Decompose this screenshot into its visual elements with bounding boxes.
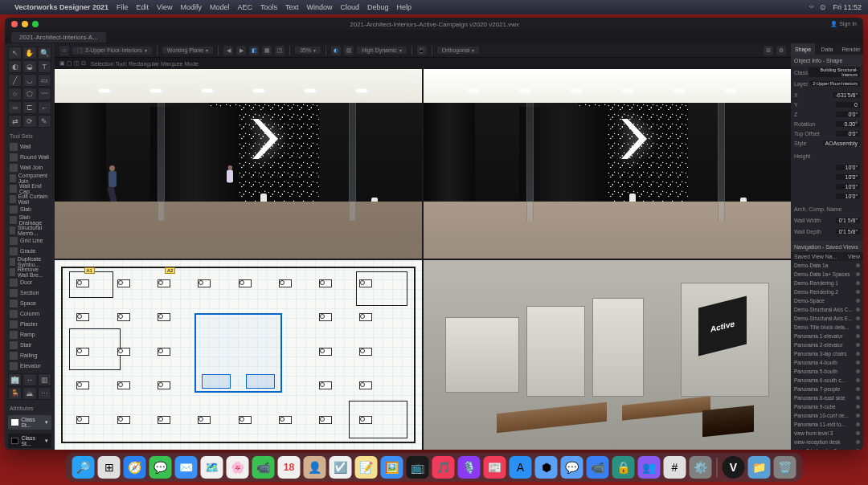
vt-multiview-icon[interactable]: ⊞: [764, 46, 773, 55]
tab-data[interactable]: Data: [815, 43, 839, 55]
pan-tool-icon[interactable]: ✋: [23, 47, 36, 59]
saved-view-item[interactable]: Panorama 6-south c...: [791, 376, 863, 385]
dock-chat-icon[interactable]: 💬: [561, 456, 583, 479]
toolset-building-icon[interactable]: 🏢: [8, 373, 22, 386]
offset-tool-icon[interactable]: ⊏: [23, 101, 36, 114]
menu-view[interactable]: View: [157, 3, 172, 11]
dock-messages-icon[interactable]: 💬: [149, 456, 172, 479]
dock-teams-icon[interactable]: 👥: [638, 456, 661, 479]
doc-tab[interactable]: 2021-Architect-Interiors-A...: [11, 32, 106, 43]
viewport-render-right[interactable]: [424, 69, 791, 259]
tool-duplicate-symbo-[interactable]: Duplicate Symbo...: [8, 256, 51, 267]
selection-tool-icon[interactable]: ↖: [8, 47, 22, 59]
close-button[interactable]: [11, 21, 18, 27]
menu-help[interactable]: Help: [397, 3, 412, 11]
vt-fwd-icon[interactable]: ▶: [236, 46, 246, 55]
double-line-tool-icon[interactable]: ═: [8, 101, 22, 114]
vt-home-icon[interactable]: ⌂: [59, 46, 69, 55]
dock-notes-icon[interactable]: 📝: [355, 456, 378, 479]
menu-window[interactable]: Window: [307, 3, 333, 11]
menu-modify[interactable]: Modify: [180, 3, 202, 11]
vt-back-icon[interactable]: ◀: [223, 46, 233, 55]
vt-cube-icon[interactable]: ◧: [249, 46, 259, 55]
signin-icon[interactable]: 👤 Sign In: [830, 21, 857, 27]
tool-slab-drainage[interactable]: Slab Drainage: [8, 214, 51, 225]
dock-maps-icon[interactable]: 🗺️: [201, 456, 223, 479]
saved-view-item[interactable]: view-reception desk: [791, 438, 863, 446]
dock-preview-icon[interactable]: 🖼️: [381, 456, 403, 479]
fill-class-dropdown[interactable]: Class St... ▾: [8, 415, 51, 430]
saved-view-item[interactable]: view from level 3: [791, 429, 863, 438]
tool-remove-wall-bre-[interactable]: Remove Wall Bre...: [8, 267, 51, 277]
saved-view-item[interactable]: Panorama 9-cube: [791, 402, 863, 411]
dock-slack-icon[interactable]: #: [664, 456, 686, 479]
dock-news-icon[interactable]: 📰: [484, 456, 506, 479]
dock-contacts-icon[interactable]: 👤: [304, 456, 326, 479]
menu-text[interactable]: Text: [285, 3, 299, 11]
tool-wall-end-cap[interactable]: Wall End Cap: [8, 183, 51, 194]
tool-edit-curtain-wall[interactable]: Edit Curtain Wall: [8, 194, 51, 204]
vt-layer-icon[interactable]: ▦: [262, 46, 272, 55]
dock-music-icon[interactable]: 🎵: [432, 456, 455, 479]
eyedropper-tool-icon[interactable]: ✎: [38, 115, 51, 128]
render-mode-dropdown[interactable]: High Dynamic ▾: [357, 47, 407, 54]
wifi-icon[interactable]: ⌔: [809, 3, 813, 11]
projection-dropdown[interactable]: Orthogonal ▾: [437, 47, 480, 54]
tool-door[interactable]: Door: [8, 277, 51, 287]
saved-view-item[interactable]: Demo-Rendering 1: [791, 279, 863, 287]
dock-folder-icon[interactable]: 📁: [748, 456, 771, 479]
menu-model[interactable]: Model: [210, 3, 230, 11]
toolset-furniture-icon[interactable]: 🪑: [8, 387, 22, 400]
zoom-tool-icon[interactable]: 🔍: [38, 47, 51, 59]
toolset-more-icon[interactable]: ⋯: [38, 387, 51, 400]
tool-plaster[interactable]: Plaster: [8, 319, 51, 329]
vt-render-icon[interactable]: ◐: [331, 46, 341, 55]
tool-stair[interactable]: Stair: [8, 340, 51, 350]
fillet-tool-icon[interactable]: ⌐: [38, 101, 51, 114]
dock-safari-icon[interactable]: 🧭: [124, 456, 146, 479]
toolset-dims-icon[interactable]: ↔: [23, 373, 36, 386]
rotate-tool-icon[interactable]: ⟳: [23, 115, 36, 128]
dock-mail-icon[interactable]: ✉️: [175, 456, 198, 479]
tool-slab[interactable]: Slab: [8, 204, 51, 214]
dock-zoom-icon[interactable]: 📹: [587, 456, 609, 479]
dock-calendar-icon[interactable]: 18: [278, 456, 301, 479]
saved-view-item[interactable]: Demo-Title block deta...: [791, 323, 863, 332]
pen-class-dropdown[interactable]: Class St... ▾: [8, 434, 51, 448]
tool-ramp[interactable]: Ramp: [8, 329, 51, 340]
tool-railing[interactable]: Railing: [8, 350, 51, 361]
saved-view-item[interactable]: Panorama 4-booth: [791, 358, 863, 367]
vt-phone-icon[interactable]: 📱: [417, 46, 427, 55]
view-layer-dropdown[interactable]: ⬚ 2-Upper Floor-Interiors ▾: [72, 47, 152, 55]
walkthrough-tool-icon[interactable]: ◒: [23, 60, 36, 73]
arc-tool-icon[interactable]: ◡: [23, 74, 36, 87]
zoom-button[interactable]: [32, 21, 39, 27]
saved-view-item[interactable]: Demo-Structural Axis C...: [791, 305, 863, 314]
dock-facetime-icon[interactable]: 📹: [252, 456, 275, 479]
freehand-tool-icon[interactable]: 〰: [38, 88, 51, 100]
layer-dropdown[interactable]: 2-Upper Floor-Interiors: [810, 81, 860, 86]
dock-tv-icon[interactable]: 📺: [407, 456, 429, 479]
wall-width-field[interactable]: 0'1 5/8": [836, 218, 860, 223]
saved-view-item[interactable]: Demo-Data 1a: [791, 261, 863, 270]
viewport-render-left[interactable]: [55, 69, 422, 259]
vt-wire-icon[interactable]: ▥: [344, 46, 354, 55]
menu-tools[interactable]: Tools: [260, 3, 277, 11]
poly-tool-icon[interactable]: ⬠: [23, 88, 36, 100]
tool-wall[interactable]: Wall: [8, 141, 51, 152]
saved-view-item[interactable]: Demo-Rendering 2: [791, 287, 863, 296]
tool-section[interactable]: Section: [8, 287, 51, 298]
nav-saved-views-list[interactable]: Demo-Data 1aDemo-Data 1a+ SpacesDemo-Ren…: [791, 261, 863, 450]
toolset-detail-icon[interactable]: ▥: [38, 373, 51, 386]
tab-shape[interactable]: Shape: [791, 43, 815, 55]
circle-tool-icon[interactable]: ○: [8, 88, 22, 100]
dock-vectorworks-icon[interactable]: V: [723, 456, 745, 479]
saved-view-item[interactable]: Demo-Space: [791, 296, 863, 305]
dock-photos-icon[interactable]: 🌸: [227, 456, 249, 479]
tool-elevator[interactable]: Elevator: [8, 361, 51, 371]
tool-structural-memb-[interactable]: Structural Memb...: [8, 225, 51, 235]
tool-grid-line[interactable]: Grid Line: [8, 235, 51, 246]
dock-reminders-icon[interactable]: ☑️: [330, 456, 352, 479]
saved-view-item[interactable]: Panorama 10-conf de...: [791, 411, 863, 420]
minimize-button[interactable]: [22, 21, 28, 27]
